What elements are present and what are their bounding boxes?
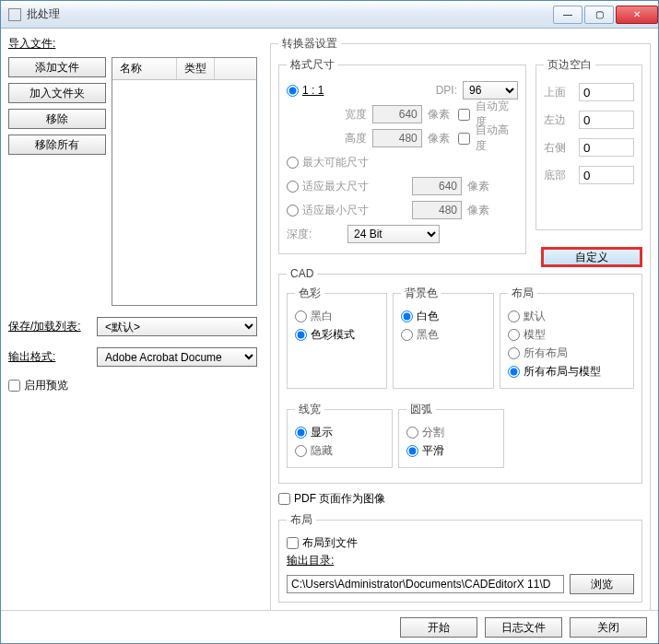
width-input[interactable] <box>372 105 422 123</box>
ratio-1-1-radio[interactable] <box>287 85 299 97</box>
fit-min-input[interactable] <box>412 201 462 219</box>
outdir-label: 输出目录: <box>287 553 634 568</box>
margin-top-input[interactable] <box>579 83 634 101</box>
log-button[interactable]: 日志文件 <box>485 617 562 638</box>
close-button[interactable]: ✕ <box>616 6 658 24</box>
margins-group: 页边空白 上面 左边 右侧 底部 <box>535 57 642 230</box>
footer: 开始 日志文件 关闭 <box>1 610 658 643</box>
pdf-as-image-label: PDF 页面作为图像 <box>294 491 385 507</box>
layout-all-radio[interactable] <box>508 347 520 359</box>
remove-all-button[interactable]: 移除所有 <box>8 135 106 155</box>
title-bar: 批处理 — ▢ ✕ <box>1 1 658 29</box>
fit-max-input[interactable] <box>412 177 462 195</box>
margins-title: 页边空白 <box>544 57 595 73</box>
dpi-label: DPI: <box>431 84 457 97</box>
file-list-header: 名称 类型 <box>112 58 256 80</box>
import-files-label: 导入文件: <box>8 36 257 52</box>
pdf-as-image-checkbox[interactable] <box>278 493 290 505</box>
col-type[interactable]: 类型 <box>177 58 215 79</box>
margin-bottom-input[interactable] <box>579 166 634 184</box>
margin-right-input[interactable] <box>579 138 634 157</box>
fit-max-radio[interactable] <box>287 181 299 193</box>
lw-hide-radio[interactable] <box>295 445 307 457</box>
height-label: 高度 <box>345 131 367 146</box>
margin-left-input[interactable] <box>579 111 634 129</box>
auto-height-checkbox[interactable] <box>458 133 470 145</box>
lw-show-radio[interactable] <box>295 427 307 439</box>
arc-smooth-radio[interactable] <box>406 445 418 457</box>
max-possible-radio[interactable] <box>287 157 299 169</box>
browse-button[interactable]: 浏览 <box>570 574 634 594</box>
width-label: 宽度 <box>345 107 367 123</box>
depth-combo[interactable]: 24 Bit <box>347 225 440 243</box>
converter-settings-group: 转换器设置 格式尺寸 1 : 1 DPI: 96 <box>270 36 651 638</box>
converter-settings-title: 转换器设置 <box>278 36 341 52</box>
col-name[interactable]: 名称 <box>112 58 177 79</box>
color-bw-radio[interactable] <box>295 310 307 322</box>
layout-group: 布局 默认 模型 所有布局 所有布局与模型 <box>500 286 634 389</box>
bg-black-radio[interactable] <box>401 329 413 341</box>
bg-group: 背景色 白色 黑色 <box>393 286 493 389</box>
window: 批处理 — ▢ ✕ 导入文件: 添加文件 加入文件夹 移除 移除所有 名称 <box>0 0 659 644</box>
close-dialog-button[interactable]: 关闭 <box>570 617 647 638</box>
enable-preview-checkbox[interactable] <box>8 380 20 392</box>
add-folder-button[interactable]: 加入文件夹 <box>8 83 106 103</box>
remove-button[interactable]: 移除 <box>8 109 106 129</box>
format-size-group: 格式尺寸 1 : 1 DPI: 96 宽度 像素 <box>278 57 526 254</box>
output-layout-group: 布局 布局到文件 输出目录: 浏览 <box>278 512 642 603</box>
custom-button[interactable]: 自定义 <box>541 247 642 267</box>
depth-label: 深度: <box>287 227 342 242</box>
start-button[interactable]: 开始 <box>400 617 477 638</box>
linewidth-group: 线宽 显示 隐藏 <box>287 402 393 468</box>
right-panel: 转换器设置 格式尺寸 1 : 1 DPI: 96 <box>265 36 651 596</box>
layout-model-radio[interactable] <box>508 329 520 341</box>
add-file-button[interactable]: 添加文件 <box>8 57 106 77</box>
save-list-label: 保存/加载列表: <box>8 319 97 334</box>
fit-min-radio[interactable] <box>287 205 299 217</box>
format-size-title: 格式尺寸 <box>287 57 338 73</box>
left-panel: 导入文件: 添加文件 加入文件夹 移除 移除所有 名称 类型 保存/加载列表: <box>8 36 257 596</box>
output-format-label: 输出格式: <box>8 349 97 365</box>
color-group: 色彩 黑白 色彩模式 <box>287 286 387 389</box>
dpi-combo[interactable]: 96 <box>463 81 518 100</box>
output-layout-title: 布局 <box>287 512 316 528</box>
window-title: 批处理 <box>27 6 551 22</box>
output-format-combo[interactable]: Adobe Acrobat Docume <box>97 347 257 367</box>
layout-to-file-checkbox[interactable] <box>287 537 299 549</box>
arc-group: 圆弧 分割 平滑 <box>398 402 504 468</box>
bg-white-radio[interactable] <box>401 310 413 322</box>
maximize-button[interactable]: ▢ <box>584 6 614 24</box>
auto-width-checkbox[interactable] <box>458 109 470 121</box>
arc-split-radio[interactable] <box>406 427 418 439</box>
layout-default-radio[interactable] <box>508 310 520 322</box>
color-mode-radio[interactable] <box>295 329 307 341</box>
save-list-combo[interactable]: <默认> <box>97 317 257 336</box>
app-icon <box>8 8 21 21</box>
minimize-button[interactable]: — <box>553 6 583 24</box>
layout-allmodel-radio[interactable] <box>508 366 520 378</box>
cad-title: CAD <box>287 267 317 280</box>
enable-preview-label: 启用预览 <box>24 378 68 393</box>
outdir-input[interactable] <box>287 575 564 593</box>
file-list[interactable]: 名称 类型 <box>112 57 257 306</box>
height-input[interactable] <box>372 129 422 147</box>
cad-group: CAD 色彩 黑白 色彩模式 背景色 白色 黑色 布局 默认 模型 <box>278 267 642 484</box>
